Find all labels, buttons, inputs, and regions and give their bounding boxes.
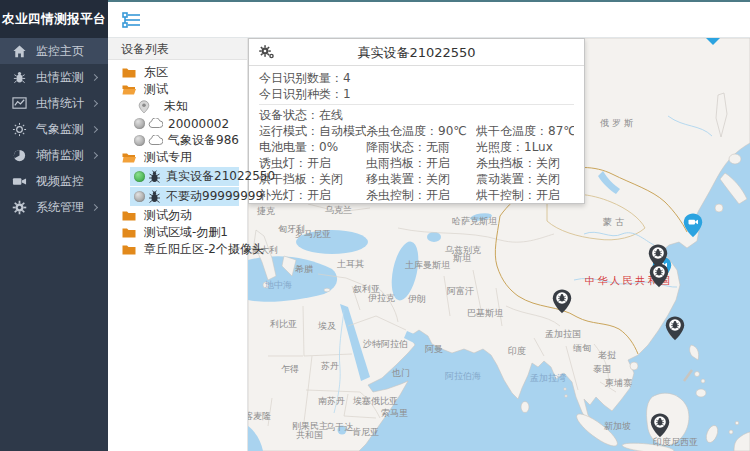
bug-icon: [12, 70, 27, 85]
chevron-right-icon: [91, 99, 98, 106]
device-params-grid: 运行模式自动模式 杀虫仓温度90℃ 烘干仓温度87℃ 电池电量0% 降雨状态无雨…: [259, 123, 574, 203]
map-label: 罗马尼亚: [295, 228, 331, 241]
map-label: 蒙古: [603, 216, 627, 229]
map-label: 哈萨克斯坦: [452, 215, 497, 228]
map-pin-icon: [138, 100, 150, 114]
settings-gears-icon[interactable]: [258, 44, 276, 60]
sidebar-item-label: 视频监控: [36, 173, 100, 190]
tree-label: 不要动99999999: [166, 188, 263, 205]
sidebar-item-label: 虫情统计: [36, 95, 92, 112]
map-label: 阿曼: [425, 343, 443, 356]
sidebar-item-label: 监控主页: [36, 43, 100, 60]
map-label: 乍得: [281, 363, 299, 376]
insect-device-marker[interactable]: [650, 413, 670, 438]
cloud-icon: [148, 135, 163, 146]
folder-open-icon: [122, 84, 136, 96]
insect-device-icon: [148, 190, 161, 204]
topbar: [108, 0, 750, 38]
recognition-count: 今日识别数量4: [259, 70, 574, 86]
tree-folder[interactable]: 章丘阳丘区-2个摄像头: [108, 241, 247, 258]
tree-label: 20000002: [168, 117, 229, 131]
map-label-sea: 地中海: [265, 279, 292, 292]
param-cell: 移虫装置关闭: [366, 171, 476, 187]
sidebar-menu: 监控主页 虫情监测 虫情统计 气象监测 墒情监测: [0, 38, 108, 220]
app-title: 农业四情测报平台: [0, 0, 108, 38]
tree-device-selected[interactable]: 不要动99999999: [130, 187, 239, 206]
tree-device[interactable]: 未知: [108, 98, 247, 115]
popup-title: 真实设备21022550: [357, 45, 475, 60]
map-label: 泰国: [593, 363, 611, 376]
tree-label: 章丘阳丘区-2个摄像头: [144, 241, 264, 258]
map-label: 索马里: [381, 407, 408, 420]
tree-folder[interactable]: 测试区域-勿删1: [108, 224, 247, 241]
sidebar: 农业四情测报平台 监控主页 虫情监测 虫情统计 气象监测: [0, 0, 108, 451]
param-cell: 杀虫控制开启: [366, 187, 476, 203]
sidebar-item-weather-monitor[interactable]: 气象监测: [0, 116, 108, 142]
cloud-icon: [148, 118, 163, 129]
insect-device-marker[interactable]: [649, 263, 669, 288]
map-label: 伊拉克: [368, 292, 395, 305]
map-label: 捷克: [257, 205, 275, 218]
tree-label: 测试勿动: [144, 207, 192, 224]
tree-folder[interactable]: 测试: [108, 81, 247, 98]
sidebar-item-label: 气象监测: [36, 121, 92, 138]
chevron-right-icon: [91, 203, 98, 210]
status-offline-dot: [134, 191, 145, 202]
map-label: 利比亚: [270, 318, 297, 331]
sidebar-item-system-settings[interactable]: 系统管理: [0, 194, 108, 220]
param-cell: 烘干仓温度87℃: [476, 123, 574, 139]
device-tree: 东区 测试 未知 20000002 气象设备986: [108, 60, 247, 258]
sidebar-item-label: 墒情监测: [36, 147, 92, 164]
insect-device-marker[interactable]: [665, 316, 685, 341]
tree-label: 东区: [144, 64, 168, 81]
insect-device-marker[interactable]: [552, 289, 572, 314]
video-camera-icon: [12, 174, 27, 189]
folder-closed-icon: [122, 210, 136, 222]
param-cell: 杀虫仓温度90℃: [366, 123, 476, 139]
map-label: 沙特阿拉伯: [363, 338, 408, 351]
chevron-right-icon: [91, 151, 98, 158]
tree-label: 测试专用: [144, 149, 192, 166]
sidebar-item-label: 虫情监测: [36, 69, 92, 86]
device-info-popup: 真实设备21022550 今日识别数量4 今日识别种类1 设备状态在线 运行模式…: [248, 38, 585, 204]
tree-toggle-icon[interactable]: [122, 12, 142, 28]
sidebar-item-label: 系统管理: [36, 199, 92, 216]
sun-icon: [12, 122, 27, 137]
insect-device-icon: [148, 170, 161, 184]
tree-device-selected[interactable]: 真实设备21022550: [130, 167, 239, 186]
sidebar-item-monitor-home[interactable]: 监控主页: [0, 38, 108, 64]
tree-device[interactable]: 20000002: [108, 115, 247, 132]
param-cell: 降雨状态无雨: [366, 139, 476, 155]
globe-icon: [12, 148, 27, 163]
sidebar-item-soil-monitor[interactable]: 墒情监测: [0, 142, 108, 168]
tree-device[interactable]: 气象设备986: [108, 132, 247, 149]
tree-label: 未知: [164, 98, 188, 115]
map-label: 也门: [392, 367, 410, 380]
status-online-dot: [134, 171, 145, 182]
map-canvas[interactable]: 俄罗斯 捷克 乌克兰 哈萨克斯坦 匈牙利 罗马尼亚 蒙古 意大利 土耳其 希腊 …: [248, 38, 750, 451]
tree-folder[interactable]: 测试勿动: [108, 207, 247, 224]
tree-folder[interactable]: 测试专用: [108, 149, 247, 166]
map-label: 埃及: [318, 320, 336, 333]
sidebar-item-insect-monitor[interactable]: 虫情监测: [0, 64, 108, 90]
map-label: 土库曼斯坦: [405, 259, 450, 272]
map-label: 苏丹: [321, 360, 339, 373]
sidebar-item-video-monitor[interactable]: 视频监控: [0, 168, 108, 194]
tree-folder[interactable]: 东区: [108, 64, 247, 81]
app-window: 农业四情测报平台 监控主页 虫情监测 虫情统计 气象监测: [0, 0, 750, 451]
offscreen-marker-tip: [706, 38, 720, 45]
map-label: 乌干达: [326, 421, 353, 434]
param-cell: 震动装置关闭: [476, 171, 574, 187]
folder-closed-icon: [122, 244, 136, 256]
map-label: 共和国: [296, 429, 323, 442]
map-label: 斯坦: [453, 252, 471, 265]
map-label: 缅甸: [573, 342, 591, 355]
camera-marker[interactable]: [683, 213, 703, 238]
status-offline-dot: [134, 135, 145, 146]
param-cell: 光照度1Lux: [476, 139, 574, 155]
map-label: 希腊: [295, 263, 313, 276]
tree-label: 测试: [144, 81, 168, 98]
param-cell: 杀虫挡板关闭: [476, 155, 574, 171]
param-cell: 虫雨挡板开启: [366, 155, 476, 171]
sidebar-item-insect-stats[interactable]: 虫情统计: [0, 90, 108, 116]
